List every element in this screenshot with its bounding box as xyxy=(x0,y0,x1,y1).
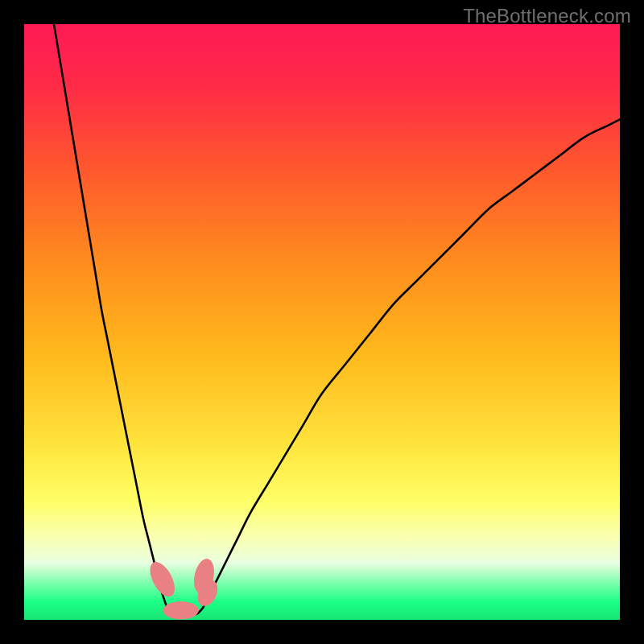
chart-root: TheBottleneck.com xyxy=(0,0,644,644)
chart-background xyxy=(24,24,620,620)
marker-3 xyxy=(163,601,198,619)
chart-plot xyxy=(24,24,620,620)
